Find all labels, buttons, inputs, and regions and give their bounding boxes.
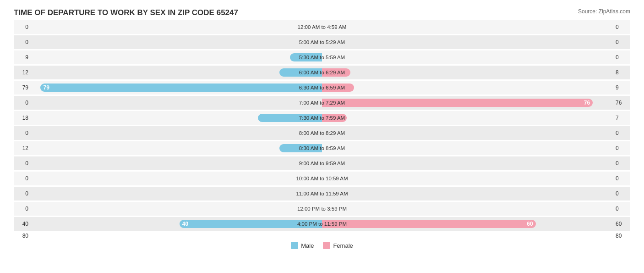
female-bar-wrap — [322, 84, 354, 92]
female-bar — [322, 99, 593, 107]
chart-row: 012:00 AM to 4:59 AM0 — [14, 20, 630, 34]
male-bar-wrap: 79 — [40, 84, 322, 92]
female-bar-wrap: 76 — [322, 99, 593, 107]
chart-area: 012:00 AM to 4:59 AM005:00 AM to 5:29 AM… — [14, 20, 630, 231]
bars-center: 6:30 AM to 6:59 AM79 — [31, 81, 613, 95]
male-value: 0 — [14, 100, 31, 106]
female-value: 9 — [613, 84, 630, 91]
male-value: 0 — [14, 39, 31, 45]
female-value: 0 — [613, 160, 630, 167]
male-bar-wrap: 40 — [180, 220, 322, 228]
male-bar-inside-label: 40 — [182, 221, 188, 227]
female-value: 0 — [613, 190, 630, 197]
chart-row: 011:00 AM to 11:59 AM0 — [14, 187, 630, 201]
male-bar — [258, 114, 322, 122]
male-value: 0 — [14, 160, 31, 167]
male-value: 9 — [14, 54, 31, 61]
legend-female-label: Female — [333, 242, 353, 249]
male-bar-wrap — [279, 144, 322, 152]
female-value: 0 — [613, 145, 630, 151]
male-value: 0 — [14, 206, 31, 212]
chart-row: 95:30 AM to 5:59 AM0 — [14, 50, 630, 64]
male-value: 79 — [14, 84, 31, 91]
male-bar-wrap — [279, 68, 322, 77]
bars-center: 5:00 AM to 5:29 AM — [31, 35, 613, 49]
male-bar-wrap — [290, 53, 322, 61]
bars-center: 9:00 AM to 9:59 AM — [31, 156, 613, 170]
bars-center: 7:30 AM to 7:59 AM — [31, 111, 613, 125]
male-value: 12 — [14, 145, 31, 151]
axis-left: 80 — [14, 233, 31, 239]
time-label: 9:00 AM to 9:59 AM — [299, 161, 345, 166]
female-bar — [322, 220, 536, 228]
time-label: 11:00 AM to 11:59 AM — [296, 191, 348, 196]
male-value: 18 — [14, 115, 31, 121]
female-bar-inside-label: 76 — [584, 100, 590, 106]
time-label: 12:00 AM to 4:59 AM — [298, 24, 347, 30]
legend-male: Male — [291, 242, 314, 249]
chart-row: 187:30 AM to 7:59 AM7 — [14, 111, 630, 125]
chart-row: 012:00 PM to 3:59 PM0 — [14, 202, 630, 216]
legend-male-box — [291, 242, 298, 249]
male-value: 40 — [14, 221, 31, 227]
bars-center: 4:00 PM to 11:59 PM4060 — [31, 217, 613, 231]
female-value: 76 — [613, 100, 630, 106]
source-text: Source: ZipAtlas.com — [578, 8, 630, 15]
female-bar-wrap — [322, 68, 350, 77]
female-value: 0 — [613, 175, 630, 182]
chart-row: 010:00 AM to 10:59 AM0 — [14, 172, 630, 185]
chart-container: TIME OF DEPARTURE TO WORK BY SEX IN ZIP … — [0, 0, 644, 273]
axis-right: 80 — [613, 233, 630, 239]
bars-center: 8:00 AM to 8:29 AM — [31, 126, 613, 140]
chart-row: 08:00 AM to 8:29 AM0 — [14, 126, 630, 140]
time-label: 8:00 AM to 8:29 AM — [299, 130, 345, 136]
male-bar — [290, 53, 322, 61]
bars-center: 7:00 AM to 7:29 AM76 — [31, 96, 613, 110]
axis-row: 80 80 — [14, 233, 630, 239]
female-value: 0 — [613, 206, 630, 212]
female-value: 0 — [613, 39, 630, 45]
chart-title: TIME OF DEPARTURE TO WORK BY SEX IN ZIP … — [14, 8, 630, 17]
female-bar — [322, 68, 350, 77]
legend-female: Female — [323, 242, 353, 249]
legend-female-box — [323, 242, 330, 249]
bars-center: 12:00 PM to 3:59 PM — [31, 202, 613, 216]
female-bar-wrap — [322, 114, 347, 122]
legend: Male Female — [14, 242, 630, 249]
legend-male-label: Male — [301, 242, 314, 249]
female-bar-inside-label: 60 — [527, 221, 533, 227]
male-value: 0 — [14, 175, 31, 182]
chart-row: 126:00 AM to 6:29 AM8 — [14, 66, 630, 79]
chart-row: 05:00 AM to 5:29 AM0 — [14, 35, 630, 49]
male-bar-wrap — [258, 114, 322, 122]
female-bar — [322, 114, 347, 122]
time-label: 12:00 PM to 3:59 PM — [297, 206, 347, 212]
female-bar-wrap: 60 — [322, 220, 536, 228]
female-bar — [322, 84, 354, 92]
bars-center: 10:00 AM to 10:59 AM — [31, 172, 613, 185]
female-value: 0 — [613, 54, 630, 61]
bars-center: 11:00 AM to 11:59 AM — [31, 187, 613, 201]
female-value: 60 — [613, 221, 630, 227]
male-bar — [279, 68, 322, 77]
female-value: 0 — [613, 130, 630, 136]
male-value: 0 — [14, 24, 31, 30]
male-bar — [279, 144, 322, 152]
bars-center: 5:30 AM to 5:59 AM — [31, 50, 613, 64]
female-value: 8 — [613, 69, 630, 76]
male-value: 0 — [14, 130, 31, 136]
chart-row: 128:30 AM to 8:59 AM0 — [14, 141, 630, 155]
male-bar — [40, 84, 322, 92]
chart-row: 796:30 AM to 6:59 AM799 — [14, 81, 630, 95]
time-label: 5:00 AM to 5:29 AM — [299, 39, 345, 45]
bars-center: 8:30 AM to 8:59 AM — [31, 141, 613, 155]
chart-row: 07:00 AM to 7:29 AM7676 — [14, 96, 630, 110]
bars-center: 12:00 AM to 4:59 AM — [31, 20, 613, 34]
male-value: 12 — [14, 69, 31, 76]
male-bar — [180, 220, 322, 228]
chart-row: 404:00 PM to 11:59 PM406060 — [14, 217, 630, 231]
male-value: 0 — [14, 190, 31, 197]
bars-center: 6:00 AM to 6:29 AM — [31, 66, 613, 79]
female-value: 7 — [613, 115, 630, 121]
chart-row: 09:00 AM to 9:59 AM0 — [14, 156, 630, 170]
